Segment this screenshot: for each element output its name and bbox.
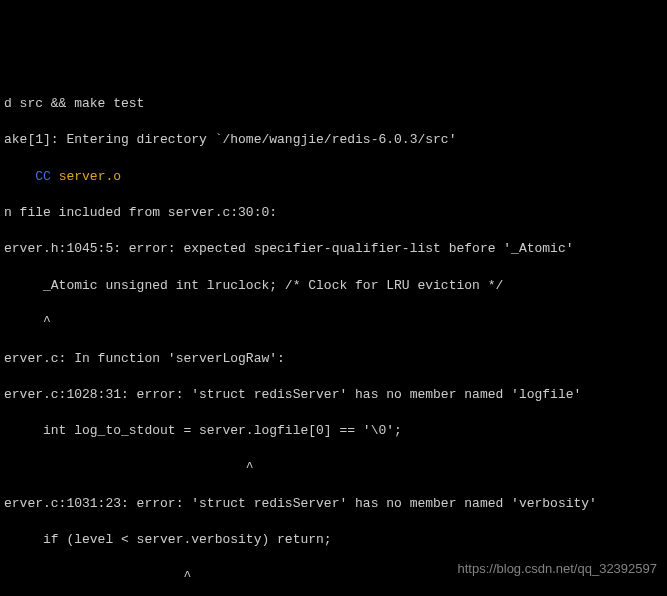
cc-file: server.o [51,169,121,184]
terminal-line: erver.h:1045:5: error: expected specifie… [4,240,667,258]
cc-indent [4,169,35,184]
terminal-line: ^ [4,313,667,331]
terminal-line: _Atomic unsigned int lruclock; /* Clock … [4,277,667,295]
terminal-line: CC server.o [4,168,667,186]
watermark: https://blog.csdn.net/qq_32392597 [458,560,658,578]
terminal-line: erver.c: In function 'serverLogRaw': [4,350,667,368]
terminal-line: int log_to_stdout = server.logfile[0] ==… [4,422,667,440]
terminal-line: n file included from server.c:30:0: [4,204,667,222]
terminal-output: d src && make test ake[1]: Entering dire… [4,77,667,596]
terminal-line: d src && make test [4,95,667,113]
terminal-line: erver.c:1031:23: error: 'struct redisSer… [4,495,667,513]
terminal-line: ake[1]: Entering directory `/home/wangji… [4,131,667,149]
terminal-line: erver.c:1028:31: error: 'struct redisSer… [4,386,667,404]
terminal-line: ^ [4,459,667,477]
terminal-line: if (level < server.verbosity) return; [4,531,667,549]
cc-label: CC [35,169,51,184]
